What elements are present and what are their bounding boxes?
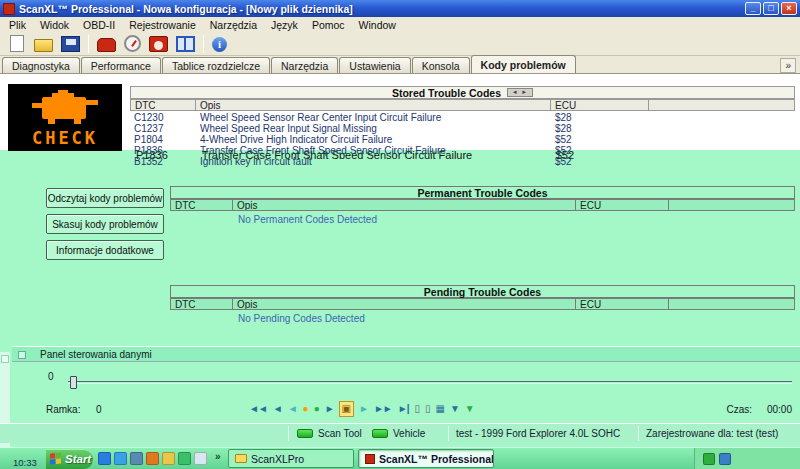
dashboard-icon[interactable] (176, 36, 195, 52)
tab-tablice-rozdzielcze[interactable]: Tablice rozdzielcze (162, 57, 270, 73)
show-desktop-icon[interactable] (130, 452, 143, 465)
menu-item-plik[interactable]: Plik (2, 18, 33, 32)
clear-codes-button[interactable]: Skasuj kody problemów (46, 214, 164, 234)
connector-icon[interactable] (97, 38, 116, 52)
play-button[interactable]: ► (324, 402, 335, 416)
column-dtc[interactable]: DTC (170, 298, 233, 310)
taskbar-button-scanxl[interactable]: ScanXL™ Professional... (358, 449, 494, 468)
export-button[interactable]: ▼ (449, 402, 460, 416)
additional-info-button[interactable]: Informacje dodatkowe (46, 240, 164, 260)
column-extra[interactable] (649, 99, 795, 111)
quick-launch-overflow[interactable]: » (215, 451, 221, 462)
windows-flag-icon (50, 452, 62, 465)
column-dtc[interactable]: DTC (170, 199, 233, 211)
tab-kody-problem-w[interactable]: Kody problemów (471, 55, 576, 73)
column-opis[interactable]: Opis (233, 199, 576, 211)
menu-item-window[interactable]: Window (352, 18, 403, 32)
antivirus-tray-icon[interactable] (703, 453, 715, 465)
column-opis[interactable]: Opis (196, 99, 551, 111)
column-ecu[interactable]: ECU (551, 99, 649, 111)
frame-slider-track[interactable] (68, 381, 792, 384)
frame-value: 0 (96, 404, 102, 415)
folder-icon[interactable] (162, 452, 175, 465)
playback-controls: ◄◄◄◄●●►▣►►►►|▯▯▦▼▼ (248, 401, 475, 417)
new-file-icon[interactable] (10, 35, 24, 52)
open-log-button[interactable]: ▯ (424, 402, 431, 416)
scanxl-app-icon (365, 454, 375, 464)
last-frame-button[interactable]: ►| (397, 402, 410, 416)
scan-tool-label: Scan Tool (318, 428, 362, 439)
column-extra[interactable] (669, 298, 795, 310)
table-row[interactable]: B1352Ignition key in circuit fault$52 (130, 156, 795, 167)
toolbar-separator (203, 35, 204, 53)
app-icon (3, 3, 15, 15)
column-opis[interactable]: Opis (233, 298, 576, 310)
read-codes-button[interactable]: Odczytaj kody problemów (46, 188, 164, 208)
table-row[interactable]: P1836Transfer Case Front Shaft Speed Sen… (130, 145, 795, 156)
stop-button[interactable]: ● (313, 402, 320, 416)
taskbar-button-scanxlpro[interactable]: ScanXLPro (228, 449, 354, 468)
table-row[interactable]: P18044-Wheel Drive High Indicator Circui… (130, 134, 795, 145)
toolbar-separator (88, 35, 89, 53)
close-button[interactable]: × (781, 2, 797, 15)
permanent-empty-message: No Permanent Codes Detected (238, 214, 377, 225)
menu-item-pomoc[interactable]: Pomoc (305, 18, 352, 32)
new-log-button[interactable]: ▯ (413, 402, 420, 416)
tab-konsola[interactable]: Konsola (412, 57, 470, 73)
table-row[interactable]: C1230Wheel Speed Sensor Rear Center Inpu… (130, 112, 795, 123)
rewind-button[interactable]: ◄ (272, 402, 283, 416)
header-scrollbar-artifact[interactable]: ◄ ► (507, 88, 533, 97)
registered-to: Zarejestrowane dla: test (test) (646, 428, 778, 439)
check-label: CHECK (32, 128, 98, 148)
network-tray-icon[interactable] (719, 453, 731, 465)
status-separator (448, 426, 449, 441)
column-extra[interactable] (669, 199, 795, 211)
info-icon[interactable] (212, 37, 227, 52)
save-log-button[interactable]: ▦ (435, 402, 445, 416)
column-ecu[interactable]: ECU (576, 298, 669, 310)
tab-bar: DiagnostykaPerformanceTablice rozdzielcz… (0, 56, 800, 74)
frame-slider-handle[interactable] (70, 376, 77, 389)
fast-forward-button[interactable]: ►► (373, 402, 393, 416)
tab-narz-dzia[interactable]: Narzędzia (271, 57, 338, 73)
tab-overflow-button[interactable]: » (780, 58, 796, 73)
menu-item-narz-dzia[interactable]: Narzędzia (203, 18, 264, 32)
table-row[interactable]: C1237Wheel Speed Rear Input Signal Missi… (130, 123, 795, 134)
open-folder-icon[interactable] (34, 39, 53, 52)
doc-icon[interactable] (194, 452, 207, 465)
gauge-icon[interactable] (124, 35, 141, 52)
download-button[interactable]: ▼ (464, 402, 475, 416)
window-title: ScanXL™ Professional - Nowa konfiguracja… (19, 3, 745, 15)
step-forward-button[interactable]: ► (358, 402, 369, 416)
system-tray (694, 448, 800, 469)
tab-ustawienia[interactable]: Ustawienia (339, 57, 410, 73)
vehicle-info: test - 1999 Ford Explorer 4.0L SOHC (456, 428, 620, 439)
record-button[interactable]: ● (302, 402, 309, 416)
artifact-square (1, 355, 9, 363)
tab-performance[interactable]: Performance (81, 57, 161, 73)
tab-diagnostyka[interactable]: Diagnostyka (2, 57, 80, 73)
column-dtc[interactable]: DTC (130, 99, 196, 111)
menu-item-j-zyk[interactable]: Język (264, 18, 305, 32)
minimize-button[interactable]: _ (745, 2, 761, 15)
stored-codes-column-header: DTC Opis ECU (130, 99, 795, 111)
first-frame-button[interactable]: ◄◄ (248, 402, 268, 416)
menu-item-rejestrowanie[interactable]: Rejestrowanie (122, 18, 203, 32)
step-back-button[interactable]: ◄ (287, 402, 298, 416)
ie-icon[interactable] (98, 452, 111, 465)
column-ecu[interactable]: ECU (576, 199, 669, 211)
menu-item-obd-ii[interactable]: OBD-II (76, 18, 122, 32)
log-folder-button[interactable]: ▣ (339, 401, 354, 417)
mail-icon[interactable] (114, 452, 127, 465)
maximize-button[interactable]: □ (763, 2, 779, 15)
scanxl-window: ScanXL™ Professional - Nowa konfiguracja… (0, 0, 800, 469)
messenger-icon[interactable] (178, 452, 191, 465)
time-label: Czas: (726, 404, 752, 415)
data-control-panel-bar[interactable]: Panel sterowania danymi (12, 346, 800, 362)
save-icon[interactable] (61, 36, 80, 52)
stored-codes-table: C1230Wheel Speed Sensor Rear Center Inpu… (130, 112, 795, 167)
media-player-icon[interactable] (146, 452, 159, 465)
meter-icon[interactable] (149, 36, 168, 52)
start-button[interactable]: Start (46, 449, 93, 469)
menu-item-widok[interactable]: Widok (33, 18, 76, 32)
